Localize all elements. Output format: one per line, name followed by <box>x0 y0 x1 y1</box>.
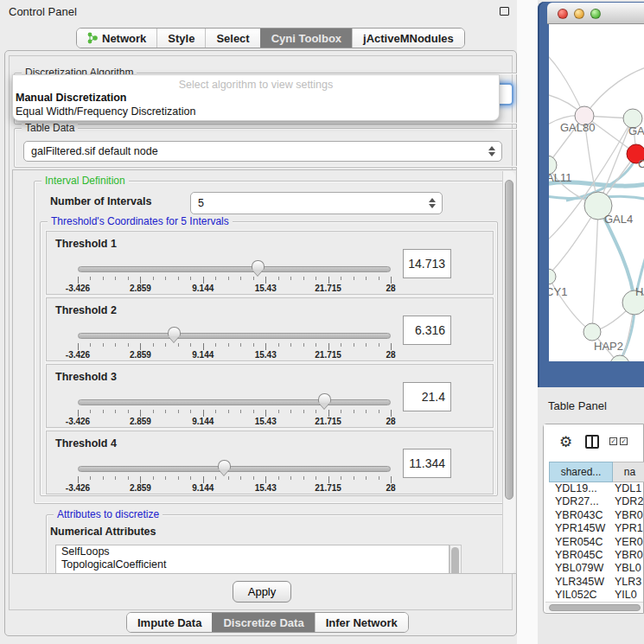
node-table-widget: ⚙ ✓ ✓ shared... na YDL19...YDL1YDR27...Y… <box>543 424 644 614</box>
threshold-panel-3: Threshold 3-3.4262.8599.14415.4321.71528… <box>46 364 494 428</box>
table-data-selected: galFiltered.sif default node <box>31 145 158 157</box>
gear-icon[interactable]: ⚙ <box>559 433 572 451</box>
name-cell[interactable]: YPR1 <box>615 522 644 535</box>
shared-name-cell[interactable]: YDR27... <box>549 495 615 508</box>
table-horizontal-scrollbar[interactable] <box>545 602 643 612</box>
tick-label: 15.43 <box>255 417 277 426</box>
node-label: GA <box>628 124 644 137</box>
panel-title: Control Panel <box>9 5 77 18</box>
network-node[interactable] <box>583 323 601 341</box>
threshold-slider-thumb[interactable] <box>252 260 265 276</box>
name-cell[interactable]: YBR0 <box>615 509 644 522</box>
tab-impute-data[interactable]: Impute Data <box>127 613 212 632</box>
attributes-list-scrollbar[interactable] <box>450 545 462 574</box>
table-row[interactable]: YER054CYER0 <box>549 536 644 549</box>
table-row[interactable]: YDR27...YDR2 <box>549 495 644 508</box>
settings-scroll-thumb[interactable] <box>505 180 513 500</box>
popup-item-manual-discretization[interactable]: Manual Discretization <box>16 92 127 104</box>
popup-item-equal-width[interactable]: Equal Width/Frequency Discretization <box>16 105 195 118</box>
apply-button[interactable]: Apply <box>233 581 291 603</box>
threshold-slider-thumb[interactable] <box>318 393 331 409</box>
attribute-item[interactable]: SelfLoops <box>56 545 449 558</box>
table-row[interactable]: YIL052CYIL0 <box>549 589 644 600</box>
close-traffic-light-icon[interactable] <box>558 9 568 19</box>
checkbox-icon[interactable]: ✓ <box>620 437 628 445</box>
name-cell[interactable]: YER0 <box>615 536 644 549</box>
threshold-slider-thumb[interactable] <box>168 327 181 342</box>
network-window-titlebar[interactable] <box>547 3 644 24</box>
network-canvas[interactable]: GAL80GACGAL11GAL4GCY1HHAP2 <box>549 24 644 361</box>
threshold-slider-track[interactable] <box>78 399 391 405</box>
network-edge[interactable] <box>592 206 598 332</box>
threshold-value-field[interactable]: 21.4 <box>403 382 451 411</box>
tab-label: Impute Data <box>137 616 201 629</box>
tab-network[interactable]: Network <box>77 29 156 48</box>
shared-name-cell[interactable]: YBR045C <box>549 549 615 562</box>
name-cell[interactable]: YIL0 <box>615 589 644 600</box>
tab-discretize-data[interactable]: Discretize Data <box>212 613 314 632</box>
name-cell[interactable]: YDR2 <box>615 495 644 508</box>
settings-vertical-scrollbar[interactable] <box>502 171 515 574</box>
table-hscroll-thumb[interactable] <box>549 604 641 611</box>
name-cell[interactable]: YDL1 <box>615 482 644 495</box>
minimize-traffic-light-icon[interactable] <box>574 9 584 19</box>
shared-name-cell[interactable]: YER054C <box>549 536 615 549</box>
name-cell[interactable]: YBR0 <box>615 549 644 562</box>
control-panel-titlebar: Control Panel ✕ <box>0 0 534 22</box>
threshold-panel-4: Threshold 4-3.4262.8599.14415.4321.71528… <box>46 430 494 494</box>
shared-name-cell[interactable]: YPR145W <box>549 522 615 535</box>
tab-cyni-toolbox[interactable]: Cyni Toolbox <box>260 29 352 48</box>
numerical-attributes-list[interactable]: SelfLoopsTopologicalCoefficientBetweenne… <box>55 545 450 574</box>
shared-name-cell[interactable]: YBL079W <box>549 562 615 575</box>
shared-name-cell[interactable]: YIL052C <box>549 589 615 600</box>
table-row[interactable]: YBR045CYBR0 <box>549 549 644 562</box>
table-row[interactable]: YBL079WYBL0 <box>549 562 644 575</box>
threshold-label: Threshold 2 <box>55 304 117 316</box>
network-node[interactable] <box>549 269 556 284</box>
threshold-slider-thumb[interactable] <box>218 460 231 475</box>
node-label: HAP2 <box>594 340 623 353</box>
combo-arrows-icon <box>488 146 495 156</box>
show-columns-icon[interactable] <box>585 435 599 449</box>
panel-divider[interactable] <box>517 0 538 644</box>
tick-label: -3.426 <box>66 350 90 360</box>
column-header-name[interactable]: na <box>613 462 644 482</box>
tick-label: -3.426 <box>66 417 90 426</box>
shared-name-cell[interactable]: YDL19... <box>549 482 615 495</box>
table-row[interactable]: YBR043CYBR0 <box>549 509 644 522</box>
column-header-shared-name[interactable]: shared... <box>549 462 613 482</box>
attributes-scroll-thumb[interactable] <box>451 547 459 574</box>
network-edge[interactable] <box>549 50 584 116</box>
checkbox-icon[interactable]: ✓ <box>609 437 617 445</box>
tick-label: 15.43 <box>255 284 277 293</box>
threshold-value-field[interactable]: 11.344 <box>403 449 451 478</box>
tab-style[interactable]: Style <box>156 29 205 48</box>
shared-name-cell[interactable]: YLR345W <box>549 576 615 589</box>
threshold-slider-track[interactable] <box>78 333 391 339</box>
float-window-icon[interactable] <box>500 7 509 16</box>
threshold-slider-track[interactable] <box>78 266 391 272</box>
tick-label: 15.43 <box>255 483 277 493</box>
threshold-value-field[interactable]: 6.316 <box>403 316 451 345</box>
tab-jactivemnodules[interactable]: jActiveMNodules <box>352 29 464 48</box>
tick-label: 28 <box>386 417 395 426</box>
threshold-slider-track[interactable] <box>78 466 391 472</box>
tab-infer-network[interactable]: Infer Network <box>315 613 408 632</box>
attribute-item[interactable]: BetweennessCentrality <box>56 571 449 574</box>
network-edge[interactable] <box>584 66 644 116</box>
tick-label: 21.715 <box>315 483 341 493</box>
tick-label: -3.426 <box>66 483 90 493</box>
table-row[interactable]: YLR345WYLR3 <box>549 576 644 589</box>
zoom-traffic-light-icon[interactable] <box>590 9 601 19</box>
attribute-item[interactable]: TopologicalCoefficient <box>56 558 449 571</box>
threshold-value-field[interactable]: 14.713 <box>403 249 451 278</box>
tab-select[interactable]: Select <box>205 29 259 48</box>
table-row[interactable]: YDL19...YDL1 <box>549 482 644 495</box>
tab-label: Discretize Data <box>223 616 303 629</box>
table-data-combobox[interactable]: galFiltered.sif default node <box>23 141 502 162</box>
name-cell[interactable]: YBL0 <box>615 562 644 575</box>
number-of-intervals-spinner[interactable]: 5 <box>190 192 443 214</box>
name-cell[interactable]: YLR3 <box>615 576 644 589</box>
shared-name-cell[interactable]: YBR043C <box>549 509 615 522</box>
table-row[interactable]: YPR145WYPR1 <box>549 522 644 535</box>
